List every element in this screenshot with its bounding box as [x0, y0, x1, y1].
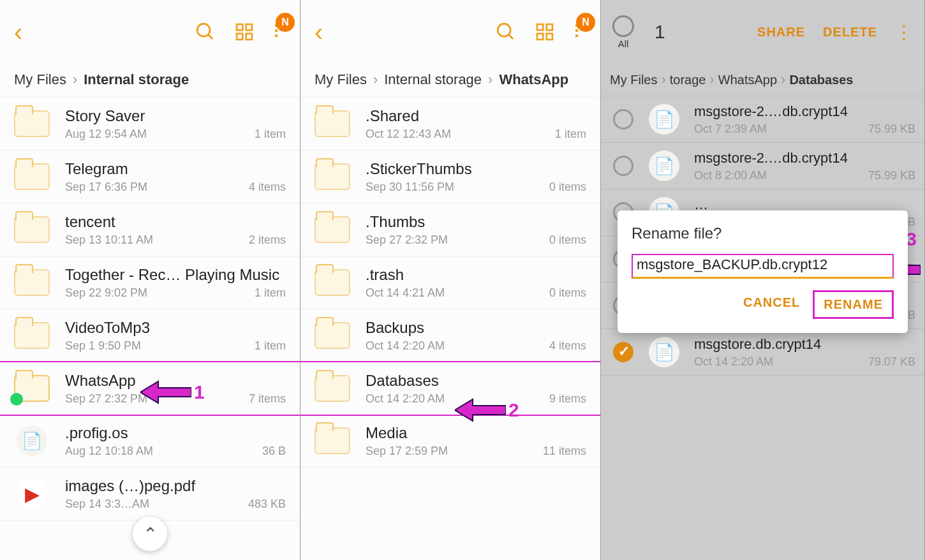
chevron-right-icon: ›: [661, 71, 665, 88]
item-meta: 4 items: [549, 339, 586, 353]
list-item[interactable]: BackupsOct 14 2:20 AM4 items: [300, 309, 600, 362]
item-title: VideoToMp3: [65, 319, 286, 337]
breadcrumb[interactable]: My Files › Internal storage › WhatsApp: [300, 64, 600, 98]
svg-line-1: [208, 34, 212, 39]
item-title: Story Saver: [65, 107, 286, 125]
file-list: .SharedOct 12 12:43 AM1 item.StickerThum…: [300, 98, 600, 560]
item-title: Together - Rec… Playing Music: [65, 266, 286, 284]
toolbar: ‹ ⠇ N: [300, 0, 600, 64]
pdf-icon: ▶: [17, 478, 47, 509]
panel-whatsapp: ‹ ⠇ N My Files › Internal storage › What…: [300, 0, 601, 560]
list-item[interactable]: .SharedOct 12 12:43 AM1 item: [300, 98, 600, 151]
item-title: images (…)peg.pdf: [65, 477, 286, 495]
item-meta: 2 items: [249, 233, 286, 247]
breadcrumb[interactable]: My Files › Internal storage: [0, 64, 300, 98]
chevron-right-icon: ›: [373, 71, 378, 88]
folder-icon: [14, 269, 50, 296]
crumb[interactable]: My Files: [14, 71, 66, 88]
toolbar: ‹ ⠇ N: [0, 0, 300, 64]
chevron-right-icon: ›: [488, 71, 492, 88]
notification-badge: N: [576, 13, 595, 32]
share-button[interactable]: SHARE: [757, 25, 805, 40]
search-icon[interactable]: [495, 21, 517, 43]
item-meta: 7 items: [249, 392, 286, 406]
list-item[interactable]: Together - Rec… Playing MusicSep 22 9:02…: [0, 256, 300, 309]
list-item[interactable]: TelegramSep 17 6:36 PM4 items: [0, 151, 300, 203]
folder-icon: [14, 163, 50, 190]
svg-rect-11: [537, 34, 543, 40]
checkbox-icon[interactable]: [613, 156, 633, 176]
item-date: Oct 8 2:00 AM: [694, 169, 767, 182]
search-icon[interactable]: [195, 21, 216, 43]
svg-rect-3: [246, 24, 252, 30]
list-item[interactable]: VideoToMp3Sep 1 9:50 PM1 item: [0, 309, 300, 362]
select-all-button[interactable]: All: [612, 15, 634, 49]
crumb[interactable]: Internal storage: [384, 71, 482, 88]
item-date: Oct 12 12:43 AM: [366, 128, 451, 141]
item-meta: 79.07 KB: [868, 355, 915, 369]
checkbox-icon[interactable]: [613, 342, 633, 362]
item-date: Sep 13 10:11 AM: [65, 233, 153, 247]
item-date: Aug 12 9:54 AM: [65, 128, 147, 141]
list-item[interactable]: Story SaverAug 12 9:54 AM1 item: [0, 98, 300, 151]
crumb[interactable]: WhatsApp: [718, 73, 777, 87]
crumb: WhatsApp: [499, 71, 568, 88]
item-title: Databases: [366, 372, 586, 390]
item-meta: 9 items: [549, 392, 586, 406]
folder-icon: [314, 322, 350, 349]
item-date: Sep 1 9:50 PM: [65, 339, 141, 353]
list-item[interactable]: DatabasesOct 14 2:20 AM9 items: [300, 361, 600, 416]
item-title: .StickerThumbs: [366, 160, 586, 178]
notification-badge: N: [276, 13, 295, 32]
item-meta: 4 items: [249, 181, 286, 194]
list-item[interactable]: 📄.profig.osAug 12 10:18 AM36 B: [0, 415, 300, 468]
folder-icon: [314, 163, 350, 190]
item-title: msgstore-2.…db.crypt14: [694, 150, 915, 166]
item-date: Sep 14 3:3…AM: [65, 497, 149, 511]
list-item[interactable]: 📄msgstore-2.…db.crypt14Oct 8 2:00 AM75.9…: [601, 143, 924, 189]
list-item[interactable]: 📄msgstore.db.crypt14Oct 14 2:20 AM79.07 …: [601, 329, 924, 376]
list-item[interactable]: .trashOct 14 4:21 AM0 items: [300, 256, 600, 309]
item-title: tencent: [65, 213, 286, 231]
folder-icon: [314, 110, 350, 137]
rename-dialog: Rename file? CANCEL RENAME: [618, 210, 908, 333]
grid-view-icon[interactable]: [535, 22, 555, 42]
list-item[interactable]: .ThumbsSep 27 2:32 PM0 items: [300, 203, 600, 256]
item-meta: 0 items: [549, 233, 586, 247]
more-menu-icon[interactable]: ⠇ N: [573, 22, 586, 43]
back-icon[interactable]: ‹: [14, 18, 22, 47]
back-icon[interactable]: ‹: [314, 18, 323, 47]
folder-icon: [314, 427, 350, 454]
more-menu-icon[interactable]: ⠇ N: [272, 22, 286, 43]
list-item[interactable]: 📄msgstore-2.…db.crypt14Oct 7 2:39 AM75.9…: [601, 96, 924, 143]
cancel-button[interactable]: CANCEL: [734, 290, 809, 319]
annotation-arrow-icon: [140, 376, 191, 408]
list-item[interactable]: ▶images (…)peg.pdfSep 14 3:3…AM483 KB: [0, 468, 300, 520]
scroll-up-fab[interactable]: ⌃: [133, 517, 167, 551]
item-date: Oct 14 4:21 AM: [366, 286, 445, 300]
item-meta: 36 B: [262, 445, 286, 458]
list-item[interactable]: .StickerThumbsSep 30 11:56 PM0 items: [300, 151, 600, 203]
folder-icon: [14, 216, 50, 243]
item-date: Oct 7 2:39 AM: [694, 122, 767, 136]
item-title: Media: [366, 424, 586, 442]
whatsapp-badge-icon: [10, 393, 23, 406]
breadcrumb[interactable]: My Files › torage › WhatsApp › Databases: [601, 64, 924, 96]
list-item[interactable]: MediaSep 17 2:59 PM11 items: [300, 415, 600, 468]
item-meta: 11 items: [543, 445, 586, 458]
crumb[interactable]: torage: [670, 73, 706, 87]
folder-icon: [314, 216, 350, 243]
list-item[interactable]: tencentSep 13 10:11 AM2 items: [0, 203, 300, 256]
rename-button[interactable]: RENAME: [813, 290, 894, 319]
svg-point-0: [197, 24, 210, 36]
crumb[interactable]: My Files: [314, 71, 367, 88]
checkbox-icon[interactable]: [613, 109, 633, 129]
rename-input[interactable]: [637, 256, 889, 273]
delete-button[interactable]: DELETE: [823, 25, 877, 40]
crumb[interactable]: My Files: [610, 73, 657, 87]
more-menu-icon[interactable]: ⋮: [895, 22, 913, 43]
file-icon: 📄: [649, 104, 679, 135]
svg-rect-9: [537, 24, 543, 30]
grid-view-icon[interactable]: [234, 22, 255, 42]
crumb: Databases: [789, 73, 853, 87]
